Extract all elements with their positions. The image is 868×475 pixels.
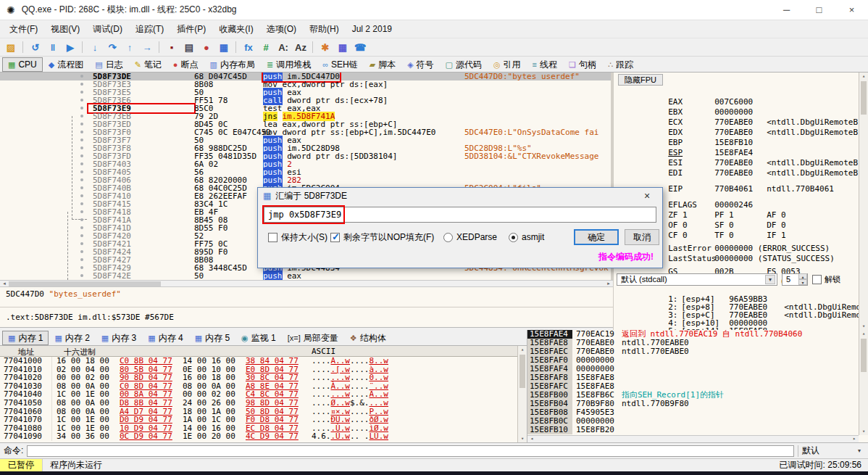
tab-seh[interactable]: ∞SEH链 xyxy=(317,57,364,72)
menu-item[interactable]: 插件(P) xyxy=(170,21,212,38)
unlock-checkbox[interactable] xyxy=(812,275,822,284)
cancel-button[interactable]: 取消 xyxy=(625,229,659,245)
menu-item[interactable]: 文件(F) xyxy=(3,21,44,38)
disasm-row[interactable]: 5D8F73E3 8B08 mov ecx,dword ptr ds:[eax] xyxy=(0,80,611,88)
menu-item[interactable]: 视图(V) xyxy=(44,21,86,38)
dump-row[interactable]: 77041000 16 00 18 00 C0 8B 04 77 14 00 1… xyxy=(0,357,527,365)
keep-size-checkbox[interactable] xyxy=(268,233,277,242)
calling-convention-select[interactable]: 默认 (stdcall) ▾ xyxy=(617,273,777,286)
menu-item[interactable]: 收藏夹(I) xyxy=(212,21,259,38)
scroll-down-icon[interactable]: ▾ xyxy=(859,323,868,330)
tab-dump-3[interactable]: ▦内存 3 xyxy=(96,331,142,345)
stack-row[interactable]: 15E8FB10 15E8FB20 xyxy=(527,426,868,434)
tab-watch-1[interactable]: ◉监视 1 xyxy=(235,331,282,345)
disasm-row[interactable]: 5D8F7405 56 push esi xyxy=(0,168,611,176)
scroll-right-icon[interactable]: ▸ xyxy=(605,281,612,286)
tab-struct[interactable]: ❖结构体 xyxy=(344,331,392,345)
restart-icon[interactable]: ↺ xyxy=(27,39,44,55)
registers-scrollbar[interactable]: ▴ ▾ xyxy=(859,73,868,330)
tab-cpu[interactable]: ▦CPU xyxy=(2,57,43,72)
tab-notes[interactable]: ✎笔记 xyxy=(129,57,167,72)
keep-size-option[interactable]: 保持大小(S) xyxy=(268,230,327,244)
disasm-row[interactable]: 5D8F742E 50 push eax xyxy=(0,272,611,280)
stack-view[interactable]: 15E8FAE4 770EAC19 返回到 ntdll.770EAC19 自 n… xyxy=(527,330,868,442)
calculator-icon[interactable]: ▦ xyxy=(334,39,351,55)
scroll-down-icon[interactable]: ▾ xyxy=(518,435,527,442)
scroll-up-icon[interactable]: ▴ xyxy=(859,73,868,80)
assemble-instruction-input[interactable] xyxy=(264,207,656,223)
stack-argument-row[interactable]: 1:[esp+4]96A59BB3 xyxy=(614,287,859,295)
breakpoint-icon[interactable]: ● xyxy=(198,39,215,55)
dump-scrollbar[interactable]: ▴ ▾ xyxy=(517,346,527,442)
tab-handles[interactable]: ❏句柄 xyxy=(563,57,602,72)
dialog-title-bar[interactable]: ▦ 汇编于 5D8F73DE × xyxy=(258,188,662,204)
scroll-thumb[interactable] xyxy=(519,355,525,388)
argument-count-stepper[interactable]: 5 ▴▾ xyxy=(782,273,808,286)
memory-dump-view[interactable]: 地址 十六进制 ASCII 77041000 16 00 18 00 C0 8B… xyxy=(0,346,527,442)
nop-fill-option[interactable]: 剩余字节以NOP填充(F) xyxy=(330,230,434,244)
chevron-down-icon[interactable]: ▾ xyxy=(858,447,861,454)
dump-row[interactable]: 77041050 08 00 0A 00 D8 8B 04 77 24 00 2… xyxy=(0,399,527,408)
favourites-icon[interactable]: ☎ xyxy=(351,39,369,55)
menu-item[interactable]: 追踪(T) xyxy=(129,21,170,38)
scroll-down-icon[interactable]: ▾ xyxy=(859,428,868,435)
spin-up-icon[interactable]: ▴ xyxy=(798,273,807,279)
tab-symbols[interactable]: ◈符号 xyxy=(401,57,439,72)
scroll-left-icon[interactable]: ◂ xyxy=(1,281,8,286)
asmjit-radio[interactable] xyxy=(509,233,518,242)
close-button[interactable]: × xyxy=(835,0,868,20)
assemble-icon[interactable]: A: xyxy=(275,39,292,55)
nop-fill-checkbox[interactable] xyxy=(330,233,340,242)
disasm-row[interactable]: 5D8F73FD FF35 0481D35D push dword ptr ds… xyxy=(0,152,611,160)
disasm-row[interactable]: 5D8F73F0 C745 0C E047C45D mov dword ptr … xyxy=(0,128,611,136)
xedparse-radio[interactable] xyxy=(443,233,453,242)
tab-source[interactable]: ▢源代码 xyxy=(440,57,488,72)
stack-horizontal-scrollbar[interactable]: ◂ ▸ xyxy=(527,435,859,442)
tab-graph[interactable]: ◆流程图 xyxy=(43,57,89,72)
dump-row[interactable]: 77041090 34 00 36 00 0C D9 04 77 1E 00 2… xyxy=(0,432,527,441)
pause-icon[interactable]: ‖ xyxy=(44,39,62,55)
tab-threads[interactable]: ≡线程 xyxy=(527,57,563,72)
register-row[interactable]: EAX007C6000 xyxy=(614,87,859,97)
run-icon[interactable]: ▶ xyxy=(62,39,79,55)
animate-icon[interactable]: ▪ xyxy=(163,39,180,55)
dump-row[interactable]: 77041070 1C 00 1E 00 D0 D9 04 77 1A 00 1… xyxy=(0,416,527,424)
fx-icon[interactable]: fx xyxy=(240,39,257,55)
tab-dump-2[interactable]: ▦内存 2 xyxy=(49,331,95,345)
tab-memory-map[interactable]: ▥内存布局 xyxy=(204,57,261,72)
tab-script[interactable]: ▰脚本 xyxy=(364,57,401,72)
asmjit-option[interactable]: asmjit xyxy=(509,230,544,244)
tab-dump-1[interactable]: ▦内存 1 xyxy=(2,331,49,345)
maximize-button[interactable]: □ xyxy=(803,0,835,20)
tab-trace[interactable]: ∴跟踪 xyxy=(602,57,639,72)
spin-down-icon[interactable]: ▾ xyxy=(798,279,807,285)
disasm-row[interactable]: 5D8F7403 6A 02 push 2 xyxy=(0,160,611,168)
command-input[interactable] xyxy=(27,445,794,457)
scroll-left-icon[interactable]: ◂ xyxy=(528,436,535,442)
step-over-icon[interactable]: ↷ xyxy=(104,39,121,55)
minimize-button[interactable]: ─ xyxy=(770,0,803,20)
xedparse-option[interactable]: XEDParse xyxy=(443,230,497,244)
unlock-checkbox-row[interactable]: 解锁 xyxy=(812,274,840,285)
hide-fpu-button[interactable]: 隐藏FPU xyxy=(618,74,663,86)
scroll-thumb[interactable] xyxy=(861,339,867,372)
open-file-icon[interactable]: ▨ xyxy=(2,39,20,55)
execute-till-return-icon[interactable]: ↑ xyxy=(121,39,138,55)
tab-call-stack[interactable]: ≣调用堆栈 xyxy=(261,57,317,72)
scroll-right-icon[interactable]: ▸ xyxy=(851,436,858,442)
disasm-horizontal-scrollbar[interactable]: ◂ ▸ xyxy=(0,280,613,287)
scroll-thumb[interactable] xyxy=(9,281,161,286)
run-to-user-code-icon[interactable]: → xyxy=(138,39,156,55)
scroll-thumb[interactable] xyxy=(861,81,867,115)
scroll-up-icon[interactable]: ▴ xyxy=(859,330,868,337)
log-icon[interactable]: ▤ xyxy=(180,39,198,55)
ok-button[interactable]: 确定 xyxy=(574,229,619,245)
tab-log[interactable]: ▤日志 xyxy=(89,57,128,72)
scroll-up-icon[interactable]: ▴ xyxy=(518,346,527,353)
command-script-select[interactable]: 默认 ▾ xyxy=(798,445,864,457)
memory-map-icon[interactable]: ▦ xyxy=(215,39,233,55)
tab-references[interactable]: ◎引用 xyxy=(488,57,527,72)
settings-icon[interactable]: ✱ xyxy=(317,39,334,55)
menu-item[interactable]: 帮助(H) xyxy=(303,21,346,38)
menu-item[interactable]: Jul 2 2019 xyxy=(346,22,398,36)
